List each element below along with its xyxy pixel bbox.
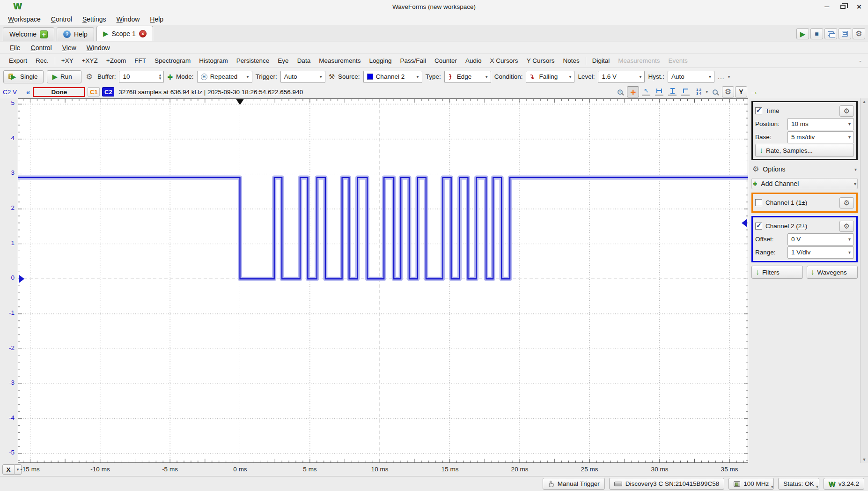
- toolbar-item[interactable]: Events: [664, 56, 692, 66]
- tab-welcome[interactable]: Welcome +: [3, 27, 54, 41]
- range-select[interactable]: 1 V/div ▾: [787, 246, 854, 259]
- menu-item[interactable]: Settings: [77, 15, 111, 24]
- toolbar-overflow[interactable]: -: [859, 57, 863, 65]
- condition-select[interactable]: Falling ▾: [526, 71, 574, 83]
- toolbar-item[interactable]: Measurements: [315, 56, 365, 66]
- tab-scope-1[interactable]: ▶ Scope 1 ×: [96, 26, 153, 41]
- zoom-grid-button[interactable]: [709, 86, 721, 97]
- x-axis-button[interactable]: X: [2, 464, 15, 475]
- cascade-windows-button[interactable]: [824, 28, 837, 39]
- panel-scrollbar[interactable]: ▲ ▼: [860, 98, 868, 463]
- position-select[interactable]: 10 ms ▾: [787, 118, 854, 130]
- minimize-icon[interactable]: ─: [824, 3, 829, 10]
- close-tab-icon[interactable]: ×: [139, 30, 147, 37]
- expand-right-icon[interactable]: →: [750, 87, 758, 97]
- filters-button[interactable]: ↓ Filters: [751, 266, 803, 279]
- trigger-position-marker[interactable]: [236, 99, 244, 105]
- scope-plot[interactable]: [18, 98, 748, 463]
- toolbar-item[interactable]: +XYZ: [78, 56, 102, 66]
- scroll-up-icon[interactable]: ▲: [862, 99, 867, 104]
- toolbar-item[interactable]: X Cursors: [486, 56, 522, 66]
- edge-measure-button[interactable]: [679, 86, 691, 97]
- source-select[interactable]: Channel 2 ▾: [363, 71, 422, 83]
- add-acquisition-icon[interactable]: +: [167, 72, 173, 82]
- channel1-checkbox[interactable]: [755, 199, 762, 206]
- channel-order-button[interactable]: 1 23 4: [692, 86, 705, 97]
- toolbar-item[interactable]: +Zoom: [102, 56, 130, 66]
- split-layout-button[interactable]: [839, 28, 851, 39]
- offset-select[interactable]: 0 V ▾: [787, 233, 854, 246]
- manual-trigger-button[interactable]: Manual Trigger: [543, 478, 605, 490]
- rate-samples-button[interactable]: ↓ Rate, Samples...: [755, 144, 854, 157]
- plot-settings-button[interactable]: ⚙: [722, 86, 734, 97]
- toolbar-item[interactable]: Data: [293, 56, 315, 66]
- menu-item[interactable]: Control: [46, 15, 77, 24]
- toolbar-item[interactable]: Logging: [365, 56, 396, 66]
- more-options[interactable]: ...: [718, 73, 725, 81]
- toolbar-item[interactable]: Persistence: [232, 56, 274, 66]
- run-button[interactable]: ▶ Run: [47, 70, 81, 83]
- pointer-measure-button[interactable]: ↖: [640, 86, 652, 97]
- manual-trigger-hammer-icon[interactable]: ⚒: [329, 73, 335, 81]
- menu-item[interactable]: Workspace: [3, 15, 46, 24]
- channel1-settings-button[interactable]: ⚙: [839, 197, 854, 208]
- toolbar-item[interactable]: Export: [5, 56, 31, 66]
- toolbar-item[interactable]: Audio: [461, 56, 486, 66]
- vertical-measure-button[interactable]: [666, 86, 678, 97]
- toolbar-item[interactable]: Histogram: [195, 56, 232, 66]
- toolbar-item[interactable]: Eye: [273, 56, 293, 66]
- trigger-select[interactable]: Auto ▾: [280, 71, 325, 83]
- buffer-spinner[interactable]: ▲▼: [156, 74, 163, 80]
- toolbar-item[interactable]: Counter: [430, 56, 461, 66]
- buffer-gear-icon[interactable]: ⚙: [86, 73, 93, 81]
- scroll-down-icon[interactable]: ▼: [862, 457, 867, 462]
- scope-canvas[interactable]: [18, 99, 748, 462]
- toolbar-item[interactable]: Notes: [559, 56, 583, 66]
- toolbar-item[interactable]: +XY: [57, 56, 78, 66]
- channel2-checkbox[interactable]: [755, 223, 762, 230]
- channel2-badge[interactable]: C2: [102, 87, 114, 97]
- toolbar-item[interactable]: Measurements: [614, 56, 664, 66]
- version-button[interactable]: W v3.24.2: [824, 478, 864, 490]
- scope-menu-item[interactable]: View: [57, 43, 81, 52]
- menu-item[interactable]: Help: [145, 15, 169, 24]
- scope-menu-item[interactable]: File: [5, 43, 26, 52]
- horizontal-measure-button[interactable]: [653, 86, 665, 97]
- options-row[interactable]: ⚙ Options ▾: [751, 164, 858, 175]
- workspace-settings-button[interactable]: ⚙: [853, 28, 865, 39]
- hysteresis-select[interactable]: Auto ▾: [668, 71, 714, 83]
- crosshair-cursor-button[interactable]: +: [627, 86, 639, 97]
- toolbar-item[interactable]: Digital: [588, 56, 614, 66]
- single-button[interactable]: 1▶ Single: [3, 70, 44, 83]
- add-instrument-icon[interactable]: +: [40, 30, 48, 38]
- buffer-select[interactable]: 10 ▲▼: [119, 71, 164, 83]
- wavegens-button[interactable]: ↓ Wavegens: [807, 266, 858, 279]
- channel1-badge[interactable]: C1: [88, 87, 100, 97]
- add-channel-button[interactable]: + Add Channel ▾: [751, 178, 858, 189]
- trigger-level-marker[interactable]: [742, 219, 747, 227]
- run-all-button[interactable]: ▶: [796, 28, 809, 39]
- time-settings-button[interactable]: ⚙: [839, 105, 854, 117]
- device-status-button[interactable]: Status: OK ▾: [778, 478, 819, 490]
- level-input[interactable]: 1.6 V ▾: [598, 71, 645, 83]
- toolbar-item[interactable]: Spectrogram: [150, 56, 195, 66]
- device-button[interactable]: Discovery3 C SN:210415B99C58: [609, 478, 724, 490]
- y-axis-button[interactable]: Y: [735, 86, 747, 97]
- channel2-settings-button[interactable]: ⚙: [839, 221, 854, 232]
- time-checkbox[interactable]: [755, 107, 762, 114]
- scope-menu-item[interactable]: Window: [81, 43, 115, 52]
- restore-icon[interactable]: [840, 5, 846, 9]
- collapse-left-icon[interactable]: «: [26, 88, 30, 96]
- toolbar-item[interactable]: Pass/Fail: [396, 56, 431, 66]
- toolbar-item[interactable]: Rec.: [31, 56, 53, 66]
- menu-item[interactable]: Window: [111, 15, 145, 24]
- stop-all-button[interactable]: ■: [810, 28, 823, 39]
- y-axis-channel-label[interactable]: C2 V: [3, 89, 23, 96]
- scope-menu-item[interactable]: Control: [26, 43, 57, 52]
- type-select[interactable]: Edge ▾: [444, 71, 491, 83]
- close-icon[interactable]: ×: [857, 3, 861, 11]
- base-select[interactable]: 5 ms/div ▾: [787, 131, 854, 143]
- clock-frequency-button[interactable]: 100 MHz ▾: [728, 478, 774, 490]
- more-options-arrow[interactable]: ▾: [728, 74, 730, 79]
- zoom-1x-button[interactable]: 1: [614, 86, 626, 97]
